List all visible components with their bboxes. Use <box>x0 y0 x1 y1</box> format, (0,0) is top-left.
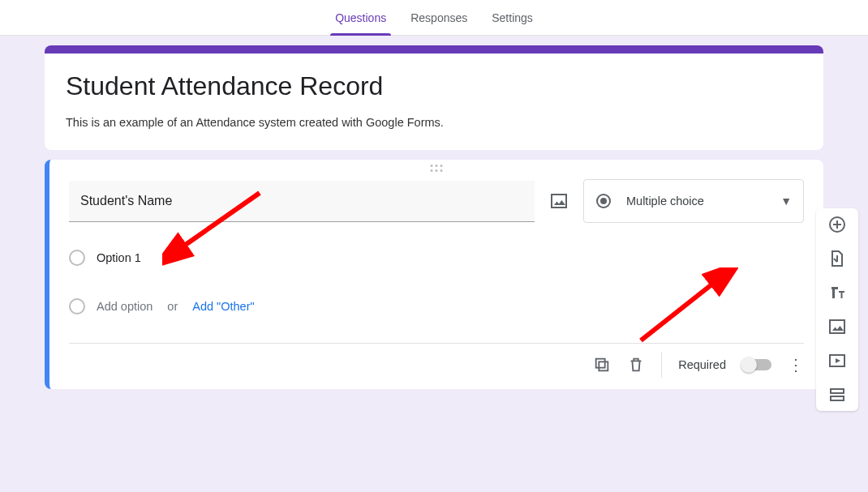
question-title-input[interactable] <box>69 181 535 222</box>
chevron-down-icon: ▼ <box>780 195 792 207</box>
radio-outline-icon <box>69 250 85 266</box>
svg-rect-5 <box>830 320 844 333</box>
top-tabs: Questions Responses Settings <box>0 0 868 36</box>
add-image-icon[interactable] <box>827 317 847 336</box>
add-question-icon[interactable] <box>827 215 847 234</box>
svg-rect-2 <box>599 362 608 370</box>
form-title[interactable]: Student Attendance Record <box>66 71 802 101</box>
drag-handle-icon[interactable] <box>431 165 443 172</box>
tab-responses[interactable]: Responses <box>410 0 467 36</box>
required-toggle[interactable] <box>742 359 771 370</box>
import-questions-icon[interactable] <box>827 249 847 268</box>
add-section-icon[interactable] <box>827 385 847 404</box>
svg-point-1 <box>600 198 607 204</box>
question-card[interactable]: Multiple choice ▼ Option 1 Add option or… <box>45 160 823 389</box>
add-other-button[interactable]: Add "Other" <box>192 300 254 313</box>
option-row[interactable]: Option 1 <box>69 244 804 272</box>
radio-icon <box>595 193 612 209</box>
separator <box>661 352 662 378</box>
question-type-dropdown[interactable]: Multiple choice ▼ <box>583 179 804 223</box>
add-video-icon[interactable] <box>827 351 847 370</box>
form-column: Student Attendance Record This is an exa… <box>45 45 823 389</box>
or-text: or <box>167 300 178 313</box>
tab-settings[interactable]: Settings <box>492 0 533 36</box>
side-toolbar <box>816 208 858 411</box>
question-header-row: Multiple choice ▼ <box>69 179 804 223</box>
svg-rect-8 <box>831 396 844 400</box>
tab-questions[interactable]: Questions <box>335 0 386 36</box>
main-area: Student Attendance Record This is an exa… <box>0 36 868 389</box>
add-option-row: Add option or Add "Other" <box>69 293 804 320</box>
add-option-button[interactable]: Add option <box>97 300 153 313</box>
form-header-card[interactable]: Student Attendance Record This is an exa… <box>45 45 823 150</box>
duplicate-icon[interactable] <box>593 356 611 374</box>
insert-image-icon[interactable] <box>549 191 569 211</box>
options-area: Option 1 Add option or Add "Other" <box>69 244 804 320</box>
question-type-label: Multiple choice <box>626 195 704 207</box>
svg-rect-3 <box>596 359 605 368</box>
question-footer: Required ⋮ <box>69 343 804 378</box>
required-label: Required <box>678 358 726 371</box>
radio-outline-icon <box>69 298 85 314</box>
delete-icon[interactable] <box>627 356 645 374</box>
form-description[interactable]: This is an example of an Attendance syst… <box>66 116 802 129</box>
option-text[interactable]: Option 1 <box>97 251 804 264</box>
add-title-icon[interactable] <box>827 283 847 302</box>
svg-rect-7 <box>831 389 844 393</box>
more-options-icon[interactable]: ⋮ <box>788 357 804 373</box>
